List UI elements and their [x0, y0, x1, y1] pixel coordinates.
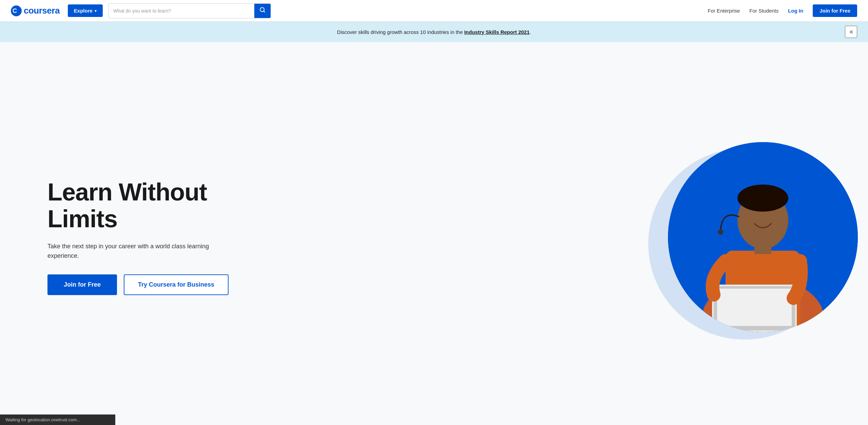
search-bar	[108, 3, 271, 18]
navbar: C coursera Explore ▾ For Enterprise For …	[0, 0, 868, 22]
logo-text: coursera	[24, 5, 60, 16]
nav-join-button[interactable]: Join for Free	[813, 4, 857, 17]
explore-button[interactable]: Explore ▾	[68, 4, 103, 17]
svg-point-13	[718, 229, 723, 235]
hero-person-image	[668, 142, 858, 332]
hero-buttons: Join for Free Try Coursera for Business	[47, 274, 229, 295]
hero-section: Learn Without Limits Take the next step …	[0, 42, 868, 425]
hero-title-line1: Learn Without	[47, 178, 207, 206]
hero-content: Learn Without Limits Take the next step …	[47, 179, 229, 295]
logo[interactable]: C coursera	[11, 5, 60, 16]
hero-join-button[interactable]: Join for Free	[47, 274, 117, 295]
chevron-down-icon: ▾	[95, 9, 97, 13]
svg-line-3	[263, 11, 264, 12]
hero-subtitle: Take the next step in your career with a…	[47, 242, 217, 261]
svg-point-9	[737, 185, 788, 212]
explore-label: Explore	[74, 8, 93, 14]
banner-text-suffix: .	[530, 29, 531, 35]
hero-title: Learn Without Limits	[47, 179, 229, 232]
status-bar: Waiting for geolocation.onetrust.com...	[0, 414, 115, 425]
hero-person-circle	[668, 142, 858, 332]
hero-title-line2: Limits	[47, 205, 117, 232]
svg-rect-12	[717, 289, 792, 326]
search-button[interactable]	[254, 3, 271, 18]
hero-business-button[interactable]: Try Coursera for Business	[124, 274, 229, 295]
announcement-banner: Discover skills driving growth across 10…	[0, 22, 868, 42]
nav-for-enterprise[interactable]: For Enterprise	[708, 8, 740, 14]
nav-login-link[interactable]: Log In	[788, 8, 803, 14]
hero-image-area	[651, 139, 841, 335]
banner-close-button[interactable]: ✕	[845, 26, 857, 38]
banner-text: Discover skills driving growth across 10…	[337, 29, 531, 35]
status-text: Waiting for geolocation.onetrust.com...	[5, 417, 80, 422]
coursera-logo-icon: C	[11, 5, 22, 16]
search-icon	[259, 7, 265, 15]
close-icon: ✕	[849, 29, 853, 35]
nav-right: For Enterprise For Students Log In Join …	[708, 4, 857, 17]
nav-for-students[interactable]: For Students	[749, 8, 778, 14]
banner-link[interactable]: Industry Skills Report 2021	[464, 29, 530, 35]
svg-text:C: C	[13, 7, 17, 14]
banner-text-prefix: Discover skills driving growth across 10…	[337, 29, 464, 35]
search-input[interactable]	[108, 8, 254, 14]
